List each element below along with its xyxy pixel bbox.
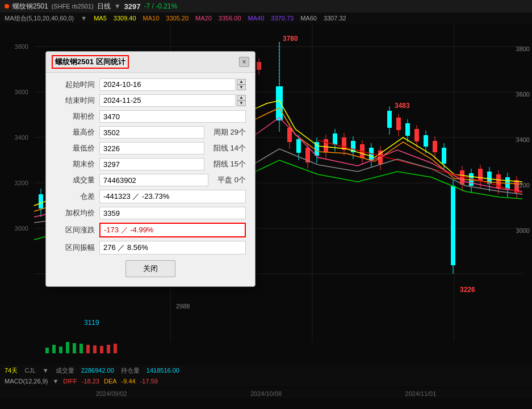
close-button[interactable]: 关闭 [125, 260, 175, 277]
amplitude-row: 区间振幅 276 ／ 8.56% [55, 241, 246, 254]
pingpan-annotation: 平盘 0个 [217, 175, 246, 185]
start-time-down[interactable]: ▼ [237, 85, 246, 90]
rise-row: 区间涨跌 -173 ／ -4.99% [55, 223, 246, 237]
rise-value: -173 ／ -4.99% [99, 223, 246, 237]
start-time-label: 起始时间 [55, 80, 95, 90]
start-time-field-wrap: 2024-10-16 ▲ ▼ [99, 78, 246, 91]
zuidi-value: 3226 [99, 142, 204, 155]
yangxian-annotation: 阳线 14个 [213, 143, 246, 153]
end-time-label: 结束时间 [55, 95, 95, 106]
chadiff-value: -441323 ／ -23.73% [99, 190, 246, 203]
zuigao-row: 最高价 3502 周期 29个 [55, 126, 246, 139]
start-time-value[interactable]: 2024-10-16 [99, 78, 236, 91]
dialog-close-btn-area: 关闭 [55, 260, 246, 277]
zuidi-row: 最低价 3226 阳线 14个 [55, 142, 246, 155]
rise-label: 区间涨跌 [55, 225, 95, 235]
dialog-overlay: 螺纹钢2501 区间统计 × 起始时间 2024-10-16 ▲ ▼ 结束时间 [0, 0, 532, 409]
zhouqi-annotation: 周期 29个 [213, 127, 246, 137]
jiaquan-value: 3359 [99, 207, 246, 219]
amplitude-value: 276 ／ 8.56% [99, 241, 246, 254]
dialog-titlebar: 螺纹钢2501 区间统计 × [46, 52, 255, 73]
end-time-row: 结束时间 2024-11-25 ▲ ▼ [55, 94, 246, 107]
chadiff-label: 仓差 [55, 191, 95, 202]
dialog-title: 螺纹钢2501 区间统计 [52, 55, 129, 69]
chengjiao-row: 成交量 74463902 平盘 0个 [55, 174, 246, 186]
dialog-body: 起始时间 2024-10-16 ▲ ▼ 结束时间 2024-11-25 ▲ ▼ [46, 73, 255, 286]
start-time-row: 起始时间 2024-10-16 ▲ ▼ [55, 78, 246, 91]
qichu-row: 期初价 3470 [55, 110, 246, 123]
end-time-up[interactable]: ▲ [237, 95, 246, 101]
amplitude-label: 区间振幅 [55, 243, 95, 253]
chadiff-row: 仓差 -441323 ／ -23.73% [55, 190, 246, 203]
jiaquan-label: 加权均价 [55, 208, 95, 218]
zuigao-label: 最高价 [55, 127, 95, 137]
end-time-stepper[interactable]: ▲ ▼ [237, 95, 246, 106]
chengjiao-label: 成交量 [55, 175, 95, 185]
end-time-value[interactable]: 2024-11-25 [99, 94, 236, 107]
qichu-label: 期初价 [55, 111, 95, 122]
zuigao-value: 3502 [99, 126, 204, 139]
dialog-close-button[interactable]: × [239, 57, 249, 67]
yinxian-annotation: 阴线 15个 [213, 159, 246, 169]
jiaquan-row: 加权均价 3359 [55, 207, 246, 219]
chengjiao-value: 74463902 [99, 174, 208, 186]
start-time-up[interactable]: ▲ [237, 79, 246, 85]
qimo-label: 期末价 [55, 159, 95, 169]
end-time-down[interactable]: ▼ [237, 101, 246, 106]
stats-dialog: 螺纹钢2501 区间统计 × 起始时间 2024-10-16 ▲ ▼ 结束时间 [45, 51, 255, 287]
qimo-value: 3297 [99, 158, 204, 170]
end-time-field-wrap: 2024-11-25 ▲ ▼ [99, 94, 246, 107]
start-time-stepper[interactable]: ▲ ▼ [237, 79, 246, 90]
qichu-value: 3470 [99, 110, 246, 123]
zuidi-label: 最低价 [55, 143, 95, 153]
qimo-row: 期末价 3297 阴线 15个 [55, 158, 246, 170]
